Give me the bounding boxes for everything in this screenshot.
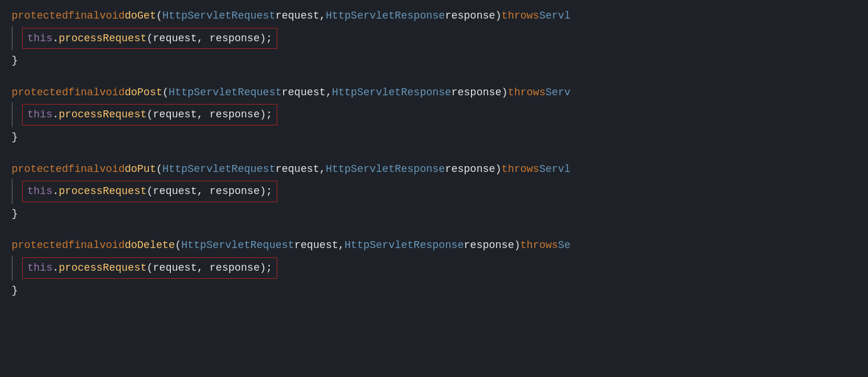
signature-token: HttpServletResponse [326,7,445,25]
body-line-doGet: this.processRequest(request, response); [13,26,868,51]
method-block-doPut: protected final void doPut(HttpServletRe… [0,159,868,224]
signature-token: doPut [124,160,156,178]
this-keyword: this [27,106,52,124]
method-args: (request, response); [147,259,272,277]
signature-token: response) [445,160,501,178]
close-brace-doPut: } [0,204,868,224]
signature-token: doPost [124,84,162,102]
signature-token: Servl [539,7,570,25]
this-keyword: this [27,259,52,277]
signature-token: final [68,84,99,102]
method-args: (request, response); [147,106,272,124]
signature-token: protected [12,160,68,178]
signature-token: void [99,160,124,178]
signature-token: request, [276,7,326,25]
close-brace-doGet: } [0,51,868,71]
signature-token: ( [156,160,162,178]
method-block-doGet: protected final void doGet(HttpServletRe… [0,6,868,71]
signature-token: throws [520,236,558,254]
method-signature-doPost: protected final void doPost(HttpServletR… [0,82,868,103]
signature-token: response) [464,236,520,254]
signature-token: final [68,160,99,178]
method-signature-doDelete: protected final void doDelete(HttpServle… [0,235,868,256]
signature-token: request, [282,84,332,102]
signature-token: final [68,236,99,254]
method-call-token: processRequest [59,106,147,124]
signature-token: ( [156,7,162,25]
signature-token: ( [175,236,181,254]
signature-token: void [99,84,124,102]
signature-token: throws [502,7,540,25]
signature-token: HttpServletResponse [345,236,464,254]
method-call-token: processRequest [59,30,147,48]
signature-token: HttpServletResponse [332,84,451,102]
method-call-token: processRequest [59,182,147,200]
signature-token: HttpServletResponse [326,160,445,178]
signature-token: doGet [124,7,156,25]
signature-token: Se [558,236,571,254]
signature-token: Serv [545,84,570,102]
this-keyword: this [27,30,52,48]
signature-token: Servl [539,160,570,178]
signature-token: protected [12,84,68,102]
method-block-doDelete: protected final void doDelete(HttpServle… [0,235,868,300]
signature-token: HttpServletRequest [162,7,275,25]
signature-token: doDelete [124,236,174,254]
method-block-doPost: protected final void doPost(HttpServletR… [0,82,868,148]
signature-token: ( [162,84,169,102]
signature-token: request, [294,236,344,254]
signature-token: request, [276,160,326,178]
highlighted-statement-doGet: this.processRequest(request, response); [22,28,277,49]
signature-token: response) [445,7,501,25]
signature-token: HttpServletRequest [169,84,281,102]
method-args: (request, response); [147,182,272,200]
signature-token: HttpServletRequest [181,236,294,254]
signature-token: void [99,236,124,254]
highlighted-statement-doDelete: this.processRequest(request, response); [22,257,277,279]
signature-token: protected [12,236,68,254]
close-brace-doPost: } [0,127,868,148]
highlighted-statement-doPost: this.processRequest(request, response); [22,104,277,125]
signature-token: final [68,7,99,25]
method-args: (request, response); [147,30,272,48]
highlighted-statement-doPut: this.processRequest(request, response); [22,181,277,202]
signature-token: response) [451,84,508,102]
signature-token: throws [502,160,540,178]
body-line-doDelete: this.processRequest(request, response); [13,256,868,281]
body-line-doPost: this.processRequest(request, response); [13,102,868,127]
method-signature-doPut: protected final void doPut(HttpServletRe… [0,159,868,179]
this-keyword: this [27,182,52,200]
method-signature-doGet: protected final void doGet(HttpServletRe… [0,6,868,26]
signature-token: HttpServletRequest [162,160,275,178]
body-line-doPut: this.processRequest(request, response); [13,179,868,204]
code-editor: protected final void doGet(HttpServletRe… [0,0,868,377]
method-call-token: processRequest [59,259,147,277]
close-brace-doDelete: } [0,281,868,301]
signature-token: protected [12,7,68,25]
signature-token: throws [508,84,545,102]
signature-token: void [99,7,124,25]
